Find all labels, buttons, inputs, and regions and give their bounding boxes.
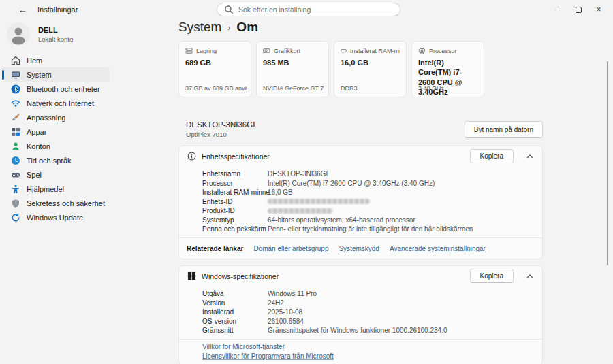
spec-value: 16,0 GB [268, 188, 293, 196]
card-label: Lagring [196, 48, 217, 54]
link-microsoft-software-license[interactable]: Licensvillkor för Programvara från Micro… [202, 352, 542, 360]
paintbrush-icon [11, 113, 20, 122]
sidebar-item-label: Hem [27, 56, 42, 65]
titlebar: ← Inställningar – × [0, 0, 613, 19]
breadcrumb-system[interactable]: System [178, 20, 221, 35]
maximize-button[interactable] [568, 0, 588, 19]
info-icon [187, 152, 196, 161]
sidebar-item-label: System [27, 71, 52, 79]
windows-logo-icon [187, 271, 196, 280]
spec-label: Installerat RAM-minne [202, 188, 268, 196]
card-storage[interactable]: Lagring 689 GB 37 GB av 689 GB används [178, 41, 251, 97]
user-name: DELL [38, 26, 73, 34]
card-detail: DDR3 [341, 85, 402, 92]
chevron-right-icon: › [227, 23, 230, 33]
account-person-icon [11, 142, 20, 151]
spec-row: Produkt-ID [179, 206, 542, 216]
user-profile[interactable]: DELL Lokalt konto [7, 22, 73, 46]
link-microsoft-services-terms[interactable]: Villkor för Microsoft-tjänster [202, 343, 542, 350]
bluetooth-icon [11, 84, 20, 94]
device-specs-header[interactable]: Enhetsspecifikationer Kopiera [179, 146, 542, 166]
accessibility-icon [11, 184, 20, 194]
avatar [7, 22, 30, 46]
spec-row: Version24H2 [179, 299, 542, 308]
sidebar-item-hjalpmedel[interactable]: Hjälpmedel [2, 182, 110, 196]
rename-pc-button[interactable]: Byt namn på datorn [465, 121, 543, 138]
spec-row: GränssnittGränssnittspaket för Windows-f… [179, 326, 542, 335]
sidebar-item-label: Bluetooth och enheter [27, 85, 100, 93]
search-input[interactable] [238, 5, 393, 14]
back-button[interactable]: ← [15, 3, 30, 16]
spec-value: 64-bitars operativsystem, x64-baserad pr… [268, 216, 415, 224]
sidebar-item-label: Spel [27, 171, 42, 179]
sidebar-item-anpassning[interactable]: Anpassning [2, 110, 110, 125]
sidebar: DELL Lokalt konto Hem System Bluetooth o… [0, 19, 170, 364]
spec-label: Installerad [202, 308, 268, 316]
copy-windows-specs-button[interactable]: Kopiera [470, 269, 514, 283]
sidebar-nav: Hem System Bluetooth och enheter Nätverk… [2, 53, 110, 225]
related-links-row: Relaterade länkar Domän eller arbetsgrup… [179, 238, 542, 259]
spec-label: Version [202, 299, 268, 307]
spec-value: Intel(R) Core(TM) i7-2600 CPU @ 3.40GHz … [268, 180, 435, 187]
spec-row: OS-version26100.6584 [179, 317, 542, 327]
sidebar-item-sekretess[interactable]: Sekretess och säkerhet [2, 196, 110, 210]
close-icon: × [596, 5, 601, 14]
home-icon [11, 56, 20, 65]
sidebar-item-tid-sprak[interactable]: Tid och språk [2, 153, 110, 167]
device-specs-section: Enhetsspecifikationer Kopiera Enhetsnamn… [178, 146, 543, 259]
sidebar-item-konton[interactable]: Konton [2, 139, 110, 153]
sidebar-item-system[interactable]: System [2, 67, 110, 82]
section-title: Enhetsspecifikationer [202, 152, 465, 161]
redacted-value [268, 199, 370, 204]
close-button[interactable]: × [588, 0, 609, 19]
card-label: Installerat RAM-minne [350, 48, 400, 54]
card-ram[interactable]: Installerat RAM-minne 16,0 GB DDR3 [334, 41, 407, 97]
windows-specs-header[interactable]: Windows-specifikationer Kopiera [179, 266, 542, 286]
update-refresh-icon [11, 213, 20, 222]
link-domain-workgroup[interactable]: Domän eller arbetsgrupp [253, 245, 328, 252]
chevron-up-icon[interactable] [526, 152, 534, 161]
gpu-icon [263, 47, 270, 54]
sidebar-item-appar[interactable]: Appar [2, 125, 110, 139]
link-system-protection[interactable]: Systemskydd [339, 245, 379, 252]
spec-row: Systemtyp64-bitars operativsystem, x64-b… [179, 216, 542, 225]
user-account-type: Lokalt konto [38, 35, 73, 43]
page-title: Om [236, 20, 258, 35]
card-detail: 3.40 GHz [418, 85, 480, 92]
card-gpu[interactable]: Grafikkort 985 MB NVIDIA GeForce GT 710 [256, 41, 329, 97]
spec-label: Enhetsnamn [202, 170, 268, 178]
sidebar-item-windows-update[interactable]: Windows Update [2, 210, 110, 225]
windows-specs-table: UtgåvaWindows 11 Pro Version24H2 Install… [179, 286, 542, 339]
spec-label: Utgåva [202, 290, 268, 297]
sidebar-item-label: Tid och språk [27, 156, 72, 165]
spec-row: Enhets-ID [179, 197, 542, 207]
sidebar-item-natverk[interactable]: Nätverk och Internet [2, 96, 110, 110]
card-detail: 37 GB av 689 GB används [185, 85, 247, 92]
chevron-up-icon[interactable] [526, 272, 534, 280]
device-specs-table: EnhetsnamnDESKTOP-3NI36GI ProcessorIntel… [179, 166, 542, 237]
spec-row: Penna och pekskärmPenn- eller tryckinmat… [179, 225, 542, 234]
search-box[interactable] [217, 3, 400, 16]
minimize-button[interactable]: – [548, 0, 568, 19]
sidebar-item-bluetooth[interactable]: Bluetooth och enheter [2, 82, 110, 96]
scrollbar-track [607, 19, 611, 364]
scrollbar[interactable] [607, 61, 609, 265]
summary-cards: Lagring 689 GB 37 GB av 689 GB används G… [178, 41, 484, 97]
sidebar-item-spel[interactable]: Spel [2, 167, 110, 182]
app-title: Inställningar [37, 5, 78, 14]
card-label: Grafikkort [274, 48, 300, 54]
spec-row: Installerat RAM-minne16,0 GB [179, 188, 542, 197]
card-value: 689 GB [185, 58, 245, 67]
search-icon [224, 5, 234, 14]
card-value: 16,0 GB [341, 58, 400, 67]
link-advanced-system-settings[interactable]: Avancerade systeminställningar [390, 245, 486, 252]
spec-row: Installerad2025-10-08 [179, 308, 542, 317]
spec-value: Gränssnittspaket för Windows-funktioner … [268, 327, 447, 334]
window-controls: – × [548, 0, 609, 19]
related-links-label: Relaterade länkar [187, 245, 243, 252]
copy-device-specs-button[interactable]: Kopiera [470, 149, 514, 163]
card-cpu[interactable]: Processor Intel(R) Core(TM) i7-2600 CPU … [411, 41, 484, 97]
spec-label: OS-version [202, 318, 268, 325]
spec-label: Processor [202, 180, 268, 187]
sidebar-item-hem[interactable]: Hem [2, 53, 110, 67]
